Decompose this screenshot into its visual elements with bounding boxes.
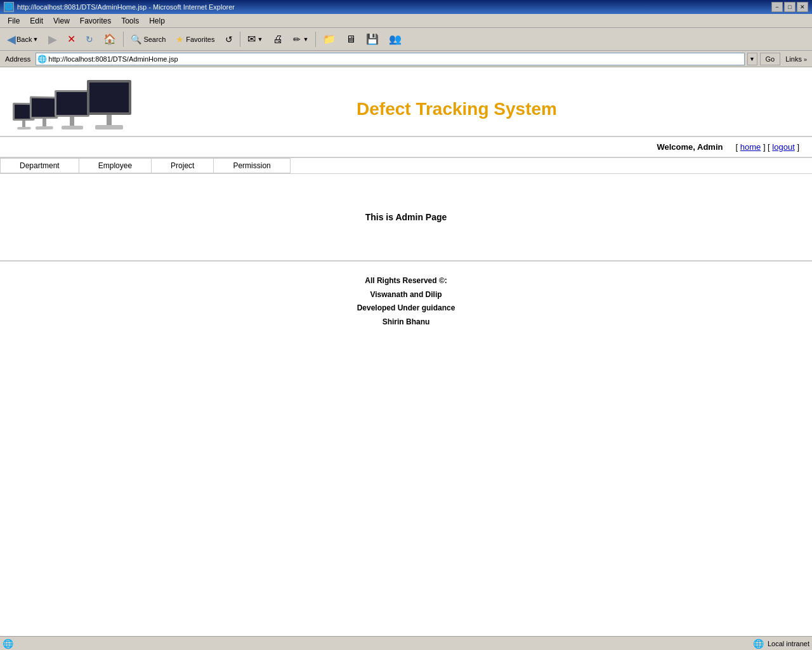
refresh-icon: ↻: [86, 34, 93, 44]
favorites-star-icon: ★: [176, 34, 184, 44]
window-controls[interactable]: − □ ✕: [771, 2, 808, 12]
monitor-back-2: [30, 96, 58, 130]
address-input-wrap[interactable]: 🌐: [36, 53, 744, 65]
print-icon: 🖨: [273, 34, 283, 45]
print-button[interactable]: 🖨: [268, 30, 287, 49]
browser-body: Defect Tracking System Welcome, Admin [ …: [0, 67, 812, 636]
nav-links: [ home ] [ logout ]: [735, 142, 799, 152]
favorites-button[interactable]: ★ Favorites: [171, 30, 219, 49]
menu-help[interactable]: Help: [144, 15, 170, 27]
logout-link[interactable]: logout: [772, 142, 794, 152]
media-button[interactable]: ↺: [221, 30, 237, 49]
mail-icon: ✉: [247, 33, 256, 45]
forward-arrow-icon: ▶: [48, 32, 57, 46]
nav-department[interactable]: Department: [0, 158, 79, 173]
back-dropdown-icon[interactable]: ▼: [32, 36, 38, 43]
address-dropdown-button[interactable]: ▼: [747, 53, 757, 65]
bracket-close-2: ]: [797, 142, 799, 152]
footer-line-1: All Rights Reserved ©:: [13, 274, 799, 288]
address-label: Address: [3, 55, 33, 63]
stop-icon: ✕: [67, 33, 75, 45]
refresh-button[interactable]: ↻: [81, 30, 98, 49]
window-title: http://localhost:8081/DTS/AdminHome.jsp …: [17, 3, 235, 11]
address-input[interactable]: [48, 55, 742, 63]
forward-button[interactable]: ▶: [44, 30, 62, 49]
address-globe-icon: 🌐: [37, 55, 47, 63]
footer-line-2: Viswanath and Dilip: [13, 288, 799, 302]
nav-menu: Department Employee Project Permission: [0, 158, 812, 174]
menu-edit[interactable]: Edit: [25, 15, 48, 27]
stop-button[interactable]: ✕: [63, 30, 80, 49]
footer-line-4: Shirin Bhanu: [13, 315, 799, 329]
back-label: Back: [16, 36, 32, 43]
nav-permission[interactable]: Permission: [214, 158, 290, 173]
mail-dropdown-icon[interactable]: ▼: [258, 36, 263, 43]
menu-bar: File Edit View Favorites Tools Help: [0, 14, 812, 28]
monitor-base: [62, 126, 83, 129]
home-link[interactable]: home: [740, 142, 761, 152]
monitor-base: [17, 127, 31, 129]
network-icon: 🖥: [346, 34, 356, 45]
minimize-button[interactable]: −: [771, 2, 783, 12]
welcome-text: Welcome, Admin: [657, 142, 723, 152]
title-bar-left: 🌐 http://localhost:8081/DTS/AdminHome.js…: [4, 2, 235, 12]
admin-page-text: This is Admin Page: [365, 212, 447, 222]
bracket-open-1: [: [735, 142, 740, 152]
footer-line-3: Developed Under guidance: [13, 302, 799, 315]
links-arrow-icon: »: [804, 56, 807, 63]
header-logo: [13, 80, 114, 129]
page-wrapper: Defect Tracking System Welcome, Admin [ …: [0, 67, 812, 448]
address-bar: Address 🌐 ▼ Go Links »: [0, 51, 812, 67]
header-title-area: Defect Tracking System: [114, 80, 799, 119]
home-button[interactable]: 🏠: [99, 30, 121, 49]
save-button[interactable]: 💾: [362, 30, 383, 49]
links-button[interactable]: Links »: [783, 55, 809, 63]
monitor-stand: [43, 119, 46, 126]
title-bar: 🌐 http://localhost:8081/DTS/AdminHome.js…: [0, 0, 812, 14]
maximize-button[interactable]: □: [784, 2, 796, 12]
folder-icon: 📁: [323, 33, 336, 45]
bracket-close-1: ] [: [763, 142, 772, 152]
search-label: Search: [143, 36, 166, 43]
search-button[interactable]: 🔍 Search: [126, 30, 170, 49]
menu-view[interactable]: View: [48, 15, 75, 27]
monitor-front: [87, 80, 131, 129]
menu-tools[interactable]: Tools: [116, 15, 144, 27]
folder-button[interactable]: 📁: [318, 30, 340, 49]
home-icon: 🏠: [103, 33, 116, 45]
separator-1: [123, 32, 124, 47]
monitor-screen: [30, 96, 58, 119]
favorites-label: Favorites: [186, 36, 214, 43]
welcome-bar: Welcome, Admin [ home ] [ logout ]: [0, 137, 812, 158]
edit-button[interactable]: ✏ ▼: [289, 30, 313, 49]
monitor-stand: [70, 117, 74, 126]
go-button[interactable]: Go: [760, 53, 781, 65]
media-icon: ↺: [225, 34, 233, 44]
browser-icon: 🌐: [4, 2, 14, 12]
nav-employee[interactable]: Employee: [79, 158, 152, 173]
close-button[interactable]: ✕: [797, 2, 808, 12]
monitor-back-3: [55, 90, 89, 129]
main-content: This is Admin Page: [0, 174, 812, 260]
edit-icon: ✏: [293, 34, 301, 44]
search-icon: 🔍: [131, 34, 141, 44]
back-button[interactable]: ◀ Back ▼: [3, 30, 43, 49]
menu-favorites[interactable]: Favorites: [75, 15, 116, 27]
network-button[interactable]: 🖥: [341, 30, 360, 49]
menu-file[interactable]: File: [3, 15, 25, 27]
separator-2: [240, 32, 240, 47]
mail-button[interactable]: ✉ ▼: [243, 30, 268, 49]
monitor-screen: [55, 90, 89, 117]
toolbar: ◀ Back ▼ ▶ ✕ ↻ 🏠 🔍 Search ★ Favorites ↺ …: [0, 28, 812, 51]
nav-project[interactable]: Project: [152, 158, 214, 173]
monitor-base: [35, 126, 53, 129]
users-button[interactable]: 👥: [384, 30, 406, 49]
back-arrow-icon: ◀: [7, 32, 16, 46]
monitor-base-front: [95, 125, 123, 129]
edit-dropdown-icon[interactable]: ▼: [303, 36, 308, 43]
monitor-stand: [22, 121, 25, 127]
separator-3: [315, 32, 316, 47]
page-footer: All Rights Reserved ©: Viswanath and Dil…: [0, 260, 812, 342]
users-icon: 👥: [389, 33, 402, 45]
monitor-screen-front: [87, 80, 131, 115]
